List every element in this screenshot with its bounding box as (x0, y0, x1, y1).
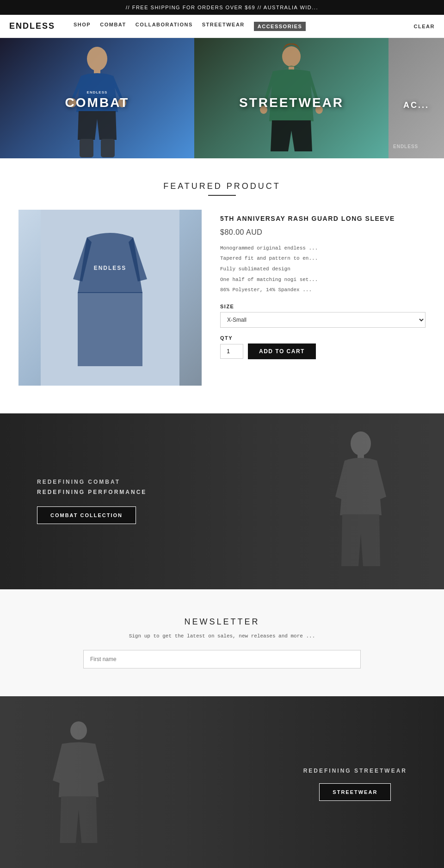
accessories-label: AC... (403, 100, 429, 110)
svg-rect-6 (101, 139, 115, 157)
combat-subtitle: REDEFINING COMBAT (37, 479, 147, 485)
main-nav: ENDLESS SHOP COMBAT COLLABORATIONS STREE… (0, 15, 444, 38)
accessories-endless-label: ENDLESS (393, 144, 418, 149)
featured-content: ENDLESS 5TH ANNIVERSAY RASH GUARD LONG S… (0, 210, 444, 386)
hero-section: ENDLESS COMBAT (0, 38, 444, 158)
product-image-svg: ENDLESS (41, 210, 179, 386)
svg-point-0 (87, 47, 107, 71)
nav-streetwear[interactable]: STREETWEAR (202, 22, 245, 31)
product-description: Monogrammed original endless ... Tapered… (220, 244, 426, 294)
add-to-cart-button[interactable]: ADD TO CART (248, 343, 316, 359)
size-select[interactable]: X-Small Small Medium Large X-Large (220, 312, 426, 328)
nav-collaborations[interactable]: COLLABORATIONS (136, 22, 193, 31)
hero-streetwear-panel[interactable]: STREETWEAR (194, 38, 388, 158)
combat-label: COMBAT (65, 95, 130, 110)
qty-row: ADD TO CART (220, 343, 426, 359)
site-logo[interactable]: ENDLESS (9, 21, 55, 31)
announcement-banner: // FREE SHIPPING FOR ORDERS OVER $69 // … (0, 0, 444, 15)
svg-rect-5 (80, 139, 93, 157)
combat-title: REDEFINING PERFORMANCE (37, 489, 147, 495)
svg-text:ENDLESS: ENDLESS (87, 90, 108, 94)
svg-text:ENDLESS: ENDLESS (94, 265, 127, 271)
svg-rect-12 (78, 292, 142, 366)
banner-text: // FREE SHIPPING FOR ORDERS OVER $69 // … (126, 5, 318, 10)
qty-label: QTY (220, 335, 426, 341)
featured-section: FEATURED PRODUCT ENDLESS 5TH ANNIVERSAY … (0, 158, 444, 413)
streetwear-label: REDEFINING STREETWEAR (303, 768, 407, 774)
hero-combat-panel[interactable]: ENDLESS COMBAT (0, 38, 194, 158)
nav-links: SHOP COMBAT COLLABORATIONS STREETWEAR AC… (74, 22, 414, 31)
product-name: 5TH ANNIVERSAY RASH GUARD LONG SLEEVE (220, 214, 426, 224)
combat-banner-content: REDEFINING COMBAT REDEFINING PERFORMANCE… (37, 479, 147, 524)
nav-combat[interactable]: COMBAT (100, 22, 126, 31)
product-image: ENDLESS (18, 210, 202, 386)
featured-details: 5TH ANNIVERSAY RASH GUARD LONG SLEEVE $8… (220, 210, 426, 386)
streetwear-button[interactable]: STREETWEAR (319, 783, 391, 801)
newsletter-section: NEWSLETTER Sign up to get the latest on … (0, 589, 444, 696)
featured-divider (208, 195, 236, 196)
nav-clear[interactable]: CLEAR (414, 24, 435, 29)
newsletter-form (83, 650, 361, 668)
newsletter-firstname-input[interactable] (83, 650, 361, 668)
combat-banner-section: REDEFINING COMBAT REDEFINING PERFORMANCE… (0, 413, 444, 589)
streetwear-label: STREETWEAR (239, 95, 344, 110)
streetwear-section: REDEFINING STREETWEAR STREETWEAR (0, 696, 444, 868)
nav-shop[interactable]: SHOP (74, 22, 91, 31)
size-label: SIZE (220, 304, 426, 309)
qty-input[interactable] (220, 344, 243, 359)
product-price: $80.00 AUD (220, 228, 426, 237)
nav-accessories[interactable]: ACCESSORIES (254, 22, 306, 31)
svg-point-7 (282, 46, 301, 67)
hero-accessories-panel[interactable]: AC... ENDLESS (388, 38, 444, 158)
newsletter-title: NEWSLETTER (18, 617, 426, 627)
newsletter-subtitle: Sign up to get the latest on sales, new … (18, 633, 426, 639)
featured-image-area: ENDLESS (18, 210, 202, 386)
streetwear-content: REDEFINING STREETWEAR STREETWEAR (303, 768, 407, 801)
combat-collection-button[interactable]: COMBAT COLLECTION (37, 506, 136, 524)
featured-title: FEATURED PRODUCT (0, 181, 444, 191)
